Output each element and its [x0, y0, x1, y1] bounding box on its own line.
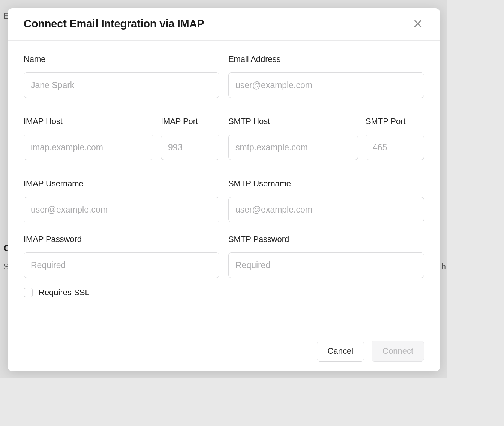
requires-ssl-row: Requires SSL: [24, 288, 424, 297]
modal-header: Connect Email Integration via IMAP: [8, 8, 440, 41]
requires-ssl-checkbox[interactable]: [24, 288, 33, 297]
field-imap-port: IMAP Port: [161, 117, 219, 160]
label-imap-username: IMAP Username: [24, 179, 219, 189]
modal-title: Connect Email Integration via IMAP: [24, 18, 204, 30]
label-smtp-password: SMTP Password: [228, 234, 424, 244]
requires-ssl-label: Requires SSL: [39, 288, 90, 297]
smtp-host-input[interactable]: [228, 135, 358, 160]
label-name: Name: [24, 54, 219, 64]
field-smtp-username: SMTP Username: [228, 179, 424, 222]
field-smtp-host: SMTP Host: [228, 117, 358, 160]
field-imap-username: IMAP Username: [24, 179, 219, 222]
smtp-username-input[interactable]: [228, 197, 424, 222]
bg-letter: h: [441, 262, 446, 272]
smtp-password-input[interactable]: [228, 252, 424, 278]
smtp-port-input[interactable]: [366, 135, 424, 160]
close-button[interactable]: [411, 17, 424, 30]
connect-button[interactable]: Connect: [372, 340, 424, 362]
cancel-button[interactable]: Cancel: [317, 340, 364, 362]
label-imap-port: IMAP Port: [161, 117, 219, 126]
field-name: Name: [24, 54, 219, 98]
close-icon: [413, 19, 423, 28]
email-input[interactable]: [228, 72, 424, 98]
label-smtp-username: SMTP Username: [228, 179, 424, 189]
name-input[interactable]: [24, 72, 219, 98]
imap-host-input[interactable]: [24, 135, 153, 160]
label-imap-password: IMAP Password: [24, 234, 219, 244]
imap-connect-modal: Connect Email Integration via IMAP Name …: [8, 8, 440, 371]
imap-port-input[interactable]: [161, 135, 219, 160]
field-imap-password: IMAP Password: [24, 234, 219, 278]
label-email: Email Address: [228, 54, 424, 64]
label-smtp-host: SMTP Host: [228, 117, 358, 126]
label-smtp-port: SMTP Port: [366, 117, 424, 126]
imap-username-input[interactable]: [24, 197, 219, 222]
imap-password-input[interactable]: [24, 252, 219, 278]
modal-footer: Cancel Connect: [8, 340, 440, 371]
label-imap-host: IMAP Host: [24, 117, 153, 126]
field-email: Email Address: [228, 54, 424, 98]
field-imap-host: IMAP Host: [24, 117, 153, 160]
field-smtp-password: SMTP Password: [228, 234, 424, 278]
field-smtp-port: SMTP Port: [366, 117, 424, 160]
modal-body: Name Email Address IMAP Host IMAP Port: [8, 41, 440, 340]
